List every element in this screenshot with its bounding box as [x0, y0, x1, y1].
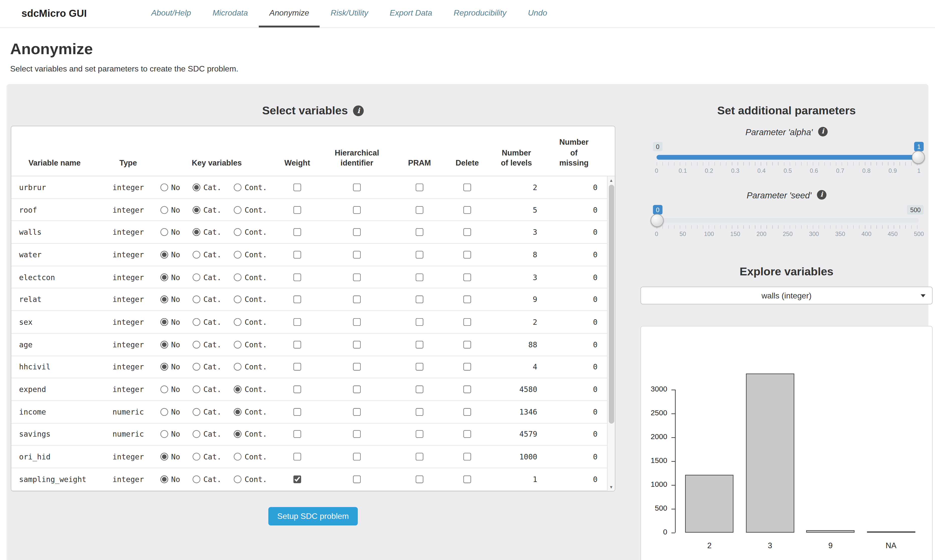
key-radio-input-cat[interactable] — [193, 296, 200, 303]
pram-checkbox[interactable] — [416, 430, 423, 438]
key-radio-input-no[interactable] — [160, 408, 168, 416]
key-radio-input-cont[interactable] — [234, 251, 242, 258]
key-radio-cont[interactable]: Cont. — [234, 295, 267, 304]
key-radio-input-cont[interactable] — [234, 408, 242, 416]
delete-checkbox[interactable] — [463, 251, 471, 258]
tab-export-data[interactable]: Export Data — [379, 0, 443, 27]
key-radio-input-cat[interactable] — [193, 183, 200, 191]
weight-checkbox[interactable] — [293, 385, 301, 393]
delete-checkbox[interactable] — [463, 385, 471, 393]
key-radio-input-cont[interactable] — [234, 296, 242, 303]
pram-checkbox[interactable] — [416, 363, 423, 371]
pram-checkbox[interactable] — [416, 340, 423, 348]
key-radio-cat[interactable]: Cat. — [193, 272, 221, 282]
key-radio-input-cat[interactable] — [193, 363, 200, 371]
key-radio-cat[interactable]: Cat. — [193, 430, 221, 439]
key-radio-input-no[interactable] — [160, 430, 168, 438]
weight-checkbox[interactable] — [293, 273, 301, 281]
weight-checkbox[interactable] — [293, 430, 301, 438]
setup-sdc-button[interactable]: Setup SDC problem — [268, 507, 358, 525]
hierarchical-identifier-checkbox[interactable] — [353, 475, 361, 483]
alpha-slider-track[interactable] — [657, 155, 919, 160]
info-icon[interactable] — [817, 190, 826, 200]
key-radio-input-no[interactable] — [160, 340, 168, 348]
key-radio-cat[interactable]: Cat. — [193, 228, 221, 237]
hierarchical-identifier-checkbox[interactable] — [353, 408, 361, 416]
key-radio-input-no[interactable] — [160, 296, 168, 303]
key-radio-input-no[interactable] — [160, 385, 168, 393]
delete-checkbox[interactable] — [463, 408, 471, 416]
hierarchical-identifier-checkbox[interactable] — [353, 453, 361, 461]
key-radio-cat[interactable]: Cat. — [193, 452, 221, 461]
key-radio-cont[interactable]: Cont. — [234, 183, 267, 192]
key-radio-cat[interactable]: Cat. — [193, 183, 221, 192]
key-radio-input-cont[interactable] — [234, 363, 242, 371]
key-radio-cat[interactable]: Cat. — [193, 340, 221, 349]
key-radio-input-cont[interactable] — [234, 273, 242, 281]
key-radio-input-cat[interactable] — [193, 318, 200, 326]
weight-checkbox[interactable] — [293, 183, 301, 191]
delete-checkbox[interactable] — [463, 228, 471, 236]
key-radio-cat[interactable]: Cat. — [193, 362, 221, 371]
key-radio-cat[interactable]: Cat. — [193, 317, 221, 326]
info-icon[interactable] — [818, 127, 828, 137]
alpha-slider[interactable]: 0 1 00.10.20.30.40.50.60.70.80.91 — [657, 155, 919, 176]
delete-checkbox[interactable] — [463, 475, 471, 483]
key-radio-input-cont[interactable] — [234, 340, 242, 348]
table-scrollbar[interactable] — [607, 176, 615, 491]
hierarchical-identifier-checkbox[interactable] — [353, 318, 361, 326]
delete-checkbox[interactable] — [463, 340, 471, 348]
hierarchical-identifier-checkbox[interactable] — [353, 251, 361, 258]
weight-checkbox[interactable] — [293, 408, 301, 416]
key-radio-input-cat[interactable] — [193, 206, 200, 214]
key-radio-input-cat[interactable] — [193, 408, 200, 416]
key-radio-no[interactable]: No — [160, 250, 180, 259]
delete-checkbox[interactable] — [463, 318, 471, 326]
weight-checkbox[interactable] — [293, 318, 301, 326]
seed-slider-track[interactable] — [657, 218, 919, 223]
weight-checkbox[interactable] — [293, 475, 301, 483]
hierarchical-identifier-checkbox[interactable] — [353, 183, 361, 191]
key-radio-input-cont[interactable] — [234, 183, 242, 191]
key-radio-no[interactable]: No — [160, 295, 180, 304]
key-radio-input-no[interactable] — [160, 206, 168, 214]
hierarchical-identifier-checkbox[interactable] — [353, 206, 361, 214]
key-radio-cat[interactable]: Cat. — [193, 205, 221, 214]
key-radio-no[interactable]: No — [160, 452, 180, 461]
key-radio-input-cat[interactable] — [193, 385, 200, 393]
weight-checkbox[interactable] — [293, 206, 301, 214]
key-radio-input-cat[interactable] — [193, 453, 200, 461]
key-radio-input-cat[interactable] — [193, 430, 200, 438]
key-radio-cat[interactable]: Cat. — [193, 385, 221, 394]
key-radio-cat[interactable]: Cat. — [193, 475, 221, 484]
key-radio-input-cont[interactable] — [234, 430, 242, 438]
tab-undo[interactable]: Undo — [517, 0, 558, 27]
hierarchical-identifier-checkbox[interactable] — [353, 273, 361, 281]
key-radio-input-cat[interactable] — [193, 273, 200, 281]
key-radio-no[interactable]: No — [160, 272, 180, 282]
weight-checkbox[interactable] — [293, 363, 301, 371]
key-radio-cont[interactable]: Cont. — [234, 475, 267, 484]
key-radio-cont[interactable]: Cont. — [234, 205, 267, 214]
key-radio-cont[interactable]: Cont. — [234, 362, 267, 371]
key-radio-input-no[interactable] — [160, 475, 168, 483]
key-radio-cont[interactable]: Cont. — [234, 385, 267, 394]
pram-checkbox[interactable] — [416, 251, 423, 258]
tab-about-help[interactable]: About/Help — [140, 0, 202, 27]
pram-checkbox[interactable] — [416, 453, 423, 461]
key-radio-input-no[interactable] — [160, 251, 168, 258]
key-radio-no[interactable]: No — [160, 385, 180, 394]
hierarchical-identifier-checkbox[interactable] — [353, 430, 361, 438]
key-radio-cat[interactable]: Cat. — [193, 407, 221, 416]
pram-checkbox[interactable] — [416, 296, 423, 303]
key-radio-cont[interactable]: Cont. — [234, 340, 267, 349]
delete-checkbox[interactable] — [463, 273, 471, 281]
key-radio-cat[interactable]: Cat. — [193, 250, 221, 259]
scrollbar-down-icon[interactable] — [608, 483, 615, 491]
pram-checkbox[interactable] — [416, 228, 423, 236]
key-radio-input-cont[interactable] — [234, 228, 242, 236]
hierarchical-identifier-checkbox[interactable] — [353, 340, 361, 348]
seed-slider-handle[interactable] — [651, 214, 663, 227]
key-radio-no[interactable]: No — [160, 228, 180, 237]
hierarchical-identifier-checkbox[interactable] — [353, 296, 361, 303]
